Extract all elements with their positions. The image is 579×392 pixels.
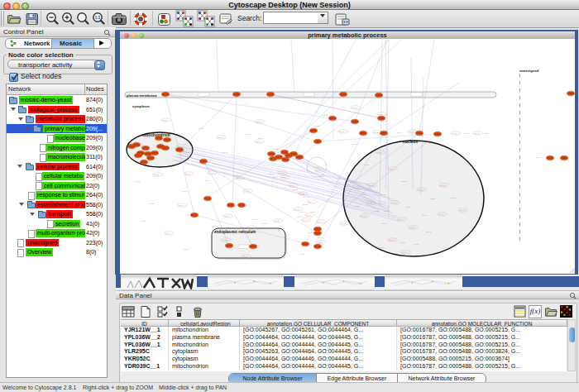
svg-text:(xx-2): (xx-2) <box>391 202 397 204</box>
svg-text:cytoplasm: cytoplasm <box>132 104 150 108</box>
svg-text:(xx-9): (xx-9) <box>224 215 230 218</box>
svg-text:(xx-9): (xx-9) <box>290 184 295 187</box>
svg-text:(xx-5): (xx-5) <box>374 131 380 134</box>
svg-text:(xx-4): (xx-4) <box>309 201 314 203</box>
svg-text:(xx-9): (xx-9) <box>205 179 211 182</box>
svg-text:plasma membrane: plasma membrane <box>127 93 157 98</box>
svg-text:(xx-4): (xx-4) <box>244 190 250 193</box>
svg-text:(xx-4): (xx-4) <box>389 168 395 170</box>
svg-text:(xx-5): (xx-5) <box>323 114 328 117</box>
svg-text:(xx-7): (xx-7) <box>438 213 444 216</box>
svg-text:(xx-6): (xx-6) <box>484 132 490 135</box>
svg-text:(xx-4): (xx-4) <box>297 216 303 218</box>
svg-text:(xx-2): (xx-2) <box>374 210 380 213</box>
svg-text:(xx-4): (xx-4) <box>418 189 423 191</box>
svg-text:(xx-3): (xx-3) <box>184 248 189 251</box>
svg-text:(xx-9): (xx-9) <box>199 127 204 130</box>
svg-text:(xx-8): (xx-8) <box>452 132 457 135</box>
svg-text:(xx-3): (xx-3) <box>269 173 275 175</box>
svg-text:(xx-5): (xx-5) <box>154 174 160 176</box>
svg-text:(xx-9): (xx-9) <box>258 137 264 140</box>
svg-text:(xx-4): (xx-4) <box>426 231 432 233</box>
svg-text:(xx-9): (xx-9) <box>236 177 242 179</box>
svg-text:(xx-3): (xx-3) <box>223 151 228 154</box>
svg-text:(xx-8): (xx-8) <box>400 241 405 244</box>
svg-text:(xx-7): (xx-7) <box>379 246 385 249</box>
svg-text:(xx-1): (xx-1) <box>409 131 414 133</box>
svg-text:(xx-3): (xx-3) <box>299 253 305 256</box>
svg-text:(xx-2): (xx-2) <box>303 203 309 206</box>
svg-text:(xx-3): (xx-3) <box>341 222 347 225</box>
svg-text:(xx-3): (xx-3) <box>141 220 146 222</box>
svg-text:(xx-7): (xx-7) <box>361 194 366 196</box>
svg-text:(xx-3): (xx-3) <box>381 222 387 225</box>
svg-text:endoplasmic reticulum: endoplasmic reticulum <box>214 230 256 234</box>
svg-text:(xx-1): (xx-1) <box>281 176 287 179</box>
svg-text:(xx-2): (xx-2) <box>474 132 480 135</box>
svg-text:(xx-2): (xx-2) <box>376 151 382 154</box>
svg-text:1:1: 1:1 <box>95 16 101 20</box>
svg-text:(xx-2): (xx-2) <box>273 148 279 151</box>
svg-text:(xx-9): (xx-9) <box>405 206 411 208</box>
svg-text:(xx-8): (xx-8) <box>389 239 395 241</box>
svg-text:(xx-4): (xx-4) <box>397 131 403 134</box>
svg-text:(xx-9): (xx-9) <box>165 232 171 235</box>
svg-text:(xx-9): (xx-9) <box>318 221 323 223</box>
svg-text:(xx-6): (xx-6) <box>242 256 248 258</box>
svg-text:(xx-2): (xx-2) <box>401 180 407 183</box>
svg-text:(xx-1): (xx-1) <box>300 211 306 213</box>
svg-text:(xx-5): (xx-5) <box>274 220 280 222</box>
svg-text:(xx-4): (xx-4) <box>182 190 188 193</box>
svg-text:(xx-5): (xx-5) <box>279 172 285 174</box>
svg-text:(xx-1): (xx-1) <box>463 132 469 135</box>
svg-text:(xx-8): (xx-8) <box>162 119 168 122</box>
svg-text:(xx-8): (xx-8) <box>409 227 415 229</box>
svg-text:(xx-8): (xx-8) <box>451 197 457 199</box>
svg-text:(xx-5): (xx-5) <box>430 198 436 200</box>
svg-text:(xx-9): (xx-9) <box>306 214 312 217</box>
svg-text:(xx-9): (xx-9) <box>256 141 261 143</box>
svg-text:(xx-7): (xx-7) <box>414 243 419 246</box>
svg-text:unassigned: unassigned <box>519 69 539 73</box>
svg-text:(xx-6): (xx-6) <box>378 113 384 116</box>
svg-text:(xx-4): (xx-4) <box>302 219 308 222</box>
svg-text:(xx-3): (xx-3) <box>208 172 214 174</box>
svg-text:(xx-8): (xx-8) <box>440 184 446 187</box>
svg-text:(xx-2): (xx-2) <box>299 193 305 195</box>
svg-text:(xx-7): (xx-7) <box>313 166 319 169</box>
svg-text:(xx-1): (xx-1) <box>459 209 465 212</box>
svg-text:(xx-4): (xx-4) <box>402 251 408 254</box>
svg-text:(xx-5): (xx-5) <box>149 203 155 205</box>
svg-text:(xx-6): (xx-6) <box>316 170 322 172</box>
svg-text:(xx-2): (xx-2) <box>354 205 360 208</box>
svg-text:(xx-9): (xx-9) <box>318 237 323 239</box>
svg-text:(xx-2): (xx-2) <box>367 202 373 204</box>
svg-text:(xx-8): (xx-8) <box>218 136 223 139</box>
svg-text:(xx-6): (xx-6) <box>354 187 360 189</box>
svg-text:(xx-6): (xx-6) <box>380 194 386 196</box>
svg-text:(xx-7): (xx-7) <box>185 173 191 175</box>
svg-text:(xx-9): (xx-9) <box>179 204 184 207</box>
svg-text:(xx-1): (xx-1) <box>318 241 323 244</box>
svg-text:(xx-2): (xx-2) <box>352 143 357 146</box>
svg-text:(xx-4): (xx-4) <box>304 196 309 198</box>
svg-text:(xx-1): (xx-1) <box>361 215 366 218</box>
svg-text:(xx-7): (xx-7) <box>384 210 390 213</box>
svg-text:(xx-2): (xx-2) <box>313 125 319 127</box>
svg-text:(xx-6): (xx-6) <box>294 208 300 211</box>
svg-text:(xx-4): (xx-4) <box>422 214 428 217</box>
svg-text:(xx-1): (xx-1) <box>222 239 227 241</box>
svg-text:(xx-6): (xx-6) <box>308 232 313 234</box>
svg-text:(xx-8): (xx-8) <box>319 175 325 178</box>
svg-text:(xx-7): (xx-7) <box>261 222 267 225</box>
svg-text:(xx-1): (xx-1) <box>368 184 374 187</box>
svg-text:(xx-5): (xx-5) <box>248 227 254 229</box>
svg-text:(xx-1): (xx-1) <box>310 211 316 213</box>
svg-text:(xx-2): (xx-2) <box>246 133 251 136</box>
svg-text:(xx-8): (xx-8) <box>293 189 299 191</box>
svg-text:(xx-4): (xx-4) <box>252 218 258 221</box>
svg-text:(xx-9): (xx-9) <box>398 218 404 221</box>
svg-text:(xx-2): (xx-2) <box>339 131 345 133</box>
svg-text:(xx-5): (xx-5) <box>256 121 262 123</box>
svg-text:(xx-9): (xx-9) <box>352 107 357 109</box>
